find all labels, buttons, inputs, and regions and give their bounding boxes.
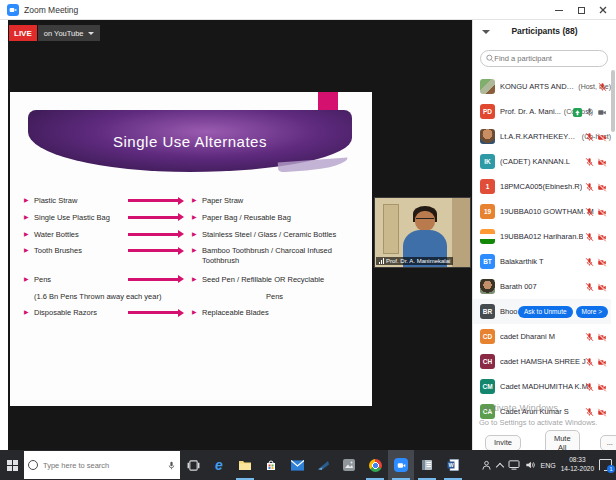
zoom-icon <box>394 458 408 472</box>
task-view-button[interactable] <box>180 450 206 480</box>
participant-name: 18PMCA005(Ebinesh.R) <box>500 182 582 191</box>
bullet-icon: ▶ <box>24 213 34 223</box>
slide-right-item: Stainless Steel / Glass / Ceramic Bottle… <box>202 230 364 240</box>
participant-name: Barath 007 <box>500 282 537 291</box>
live-badge: LIVE <box>9 25 37 41</box>
slide-row: ▶ Single Use Plastic Bag ▶ Paper Bag / R… <box>24 213 364 223</box>
photos-icon <box>343 459 355 471</box>
table-row[interactable]: CD cadet Dharani M <box>473 324 611 349</box>
camera-off-icon <box>597 278 607 296</box>
participant-name: KONGU ARTS AND SCIE... <box>500 82 575 91</box>
camera-on-icon <box>597 103 607 121</box>
date: 14-12-2020 <box>561 465 594 472</box>
taskbar-search-input[interactable] <box>43 461 167 470</box>
avatar: CD <box>480 329 495 344</box>
display-icon[interactable] <box>508 460 520 470</box>
table-row[interactable]: BT Balakarthik T <box>473 249 611 274</box>
show-hidden-icons-chevron[interactable] <box>495 462 503 470</box>
slide-left-item: Plastic Straw <box>34 196 128 206</box>
notification-badge: 1 <box>607 465 615 473</box>
bullet-icon: ▶ <box>24 275 34 285</box>
more-button[interactable]: More > <box>576 306 608 318</box>
mic-muted-icon <box>585 378 594 396</box>
table-row[interactable]: 19 19UBBA010 GOWTHAM. M <box>473 199 611 224</box>
bullet-icon: ▶ <box>192 230 202 240</box>
search-input[interactable] <box>494 54 602 63</box>
minimize-button[interactable] <box>548 0 570 20</box>
shared-slide: Single Use Alternates ▶ Plastic Straw ▶ … <box>10 92 372 406</box>
table-row[interactable]: 1 18PMCA005(Ebinesh.R) <box>473 174 611 199</box>
table-row[interactable]: PD Prof. Dr. A. Mani... (Co-host) <box>473 99 611 124</box>
close-button[interactable] <box>592 0 614 20</box>
taskbar-zoom[interactable] <box>388 450 414 480</box>
invite-button[interactable]: Invite <box>485 435 521 451</box>
table-row[interactable]: KONGU ARTS AND SCIE... (Host, me) <box>473 74 611 99</box>
taskbar-file-explorer[interactable] <box>232 450 258 480</box>
mic-muted-icon <box>585 328 594 346</box>
restore-button[interactable] <box>570 0 592 20</box>
search-icon <box>486 54 494 63</box>
table-row[interactable]: Lt.A.R.KARTHEKEYAN ... (Co-host) <box>473 124 611 149</box>
taskbar-word[interactable]: W <box>440 450 466 480</box>
scrollbar-thumb[interactable] <box>611 70 615 132</box>
taskbar-chrome[interactable] <box>362 450 388 480</box>
slide-title: Single Use Alternates <box>113 133 267 150</box>
arrow-icon <box>128 196 192 206</box>
avatar <box>480 279 495 294</box>
start-button[interactable] <box>0 450 24 480</box>
bullet-icon: ▶ <box>192 246 202 266</box>
taskbar-search-box[interactable] <box>24 451 180 479</box>
taskbar-edge[interactable]: e <box>206 450 232 480</box>
arrow-icon <box>128 246 192 266</box>
overflow-menu-button[interactable]: ... <box>600 435 616 451</box>
mic-muted-icon <box>585 178 594 196</box>
mail-icon <box>291 460 304 471</box>
mic-icon[interactable] <box>167 460 176 471</box>
windows-taskbar: e W ENG 08:33 14-12-2020 <box>0 450 616 480</box>
participant-name: (CADET) KANNAN.L <box>500 157 570 166</box>
avatar: BT <box>480 254 495 269</box>
slide-right-item: Paper Straw <box>202 196 364 206</box>
avatar <box>480 129 495 144</box>
language-indicator[interactable]: ENG <box>541 462 556 469</box>
bullet-icon: ▶ <box>24 230 34 240</box>
participant-name: 19UBBA010 GOWTHAM. M <box>500 207 594 216</box>
table-row[interactable]: Barath 007 <box>473 274 611 299</box>
taskbar-mail[interactable] <box>284 450 310 480</box>
taskbar-onenote[interactable] <box>414 450 440 480</box>
bullet-icon: ▶ <box>192 196 202 206</box>
people-icon[interactable] <box>481 460 492 471</box>
slide-left-item: Disposable Razors <box>34 308 128 318</box>
table-row[interactable]: CH cadet HAMSHA SHREE J <box>473 349 611 374</box>
presenter-video-tile[interactable]: Prof. Dr. A. Manimekalai <box>374 197 471 268</box>
ask-to-unmute-button[interactable]: Ask to Unmute <box>518 306 573 318</box>
table-row[interactable]: BR Bhoomi... Ask to Unmute More > <box>473 299 611 324</box>
participant-list: KONGU ARTS AND SCIE... (Host, me) PD Pro… <box>473 74 611 424</box>
table-row[interactable]: 19UBBA012 Hariharan.B <box>473 224 611 249</box>
video-name-label: Prof. Dr. A. Manimekalai <box>376 257 453 265</box>
paint3d-icon <box>317 460 330 471</box>
chevron-down-icon <box>88 32 94 35</box>
taskbar-paint3d[interactable] <box>310 450 336 480</box>
taskbar-store[interactable] <box>258 450 284 480</box>
avatar <box>480 229 495 244</box>
action-center-icon[interactable]: 1 <box>599 459 612 471</box>
participant-search-box[interactable] <box>480 50 608 67</box>
slide-left-item: Tooth Brushes <box>34 246 128 266</box>
slide-right-item: Seed Pen / Refillable OR Recyclable <box>202 275 364 285</box>
live-stream-indicator: LIVE on YouTube <box>9 25 100 41</box>
windows-logo-icon <box>7 460 18 471</box>
slide-right-item: Pens <box>266 292 364 302</box>
camera-off-icon <box>597 153 607 171</box>
taskbar-photos[interactable] <box>336 450 362 480</box>
clock[interactable]: 08:33 14-12-2020 <box>561 456 594 474</box>
live-platform-dropdown[interactable]: on YouTube <box>38 25 100 41</box>
mic-muted-icon <box>598 78 607 96</box>
slide-title-banner: Single Use Alternates <box>28 110 352 172</box>
participant-name: cadet HAMSHA SHREE J <box>500 357 586 366</box>
camera-off-icon <box>597 228 607 246</box>
table-row[interactable]: IK (CADET) KANNAN.L <box>473 149 611 174</box>
activate-windows-watermark: Go to Settings to activate Windows. <box>479 418 597 427</box>
speaker-icon[interactable] <box>525 460 536 470</box>
table-row[interactable]: CM Cadet MADHUMITHA K.M <box>473 374 611 399</box>
